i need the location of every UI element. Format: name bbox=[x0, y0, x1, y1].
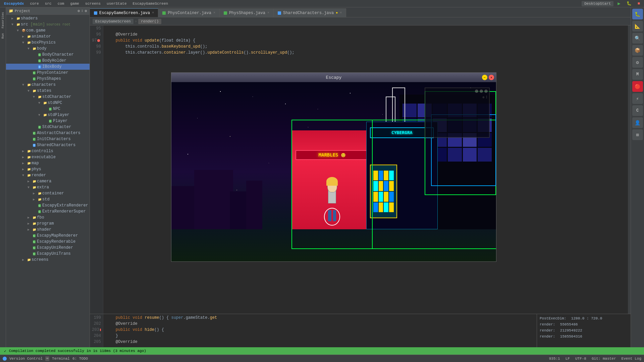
right-tools-panel: 🐛 📐 🔍 📦 ⚙ M 🔴 ⚡ C 👤 ⊞ bbox=[631, 7, 644, 347]
tree-map[interactable]: ▶ 📁 map bbox=[6, 160, 90, 166]
tree-shader[interactable]: ▶ 📁 shader bbox=[6, 227, 90, 233]
tree-escapyunitrans[interactable]: ▶ C EscapyUniTrans bbox=[6, 251, 90, 257]
tab-close-physcontainer[interactable]: × bbox=[213, 11, 215, 15]
tab-sharedcharacters[interactable]: SharedCharacters.java ● × bbox=[274, 8, 346, 17]
tree-physshapes[interactable]: ▶ C PhysShapes bbox=[6, 76, 90, 82]
game-title-bar: Escapy − × bbox=[171, 73, 496, 82]
tab-close-escapygamescreen[interactable]: × bbox=[152, 11, 154, 15]
right-tool-red[interactable]: 🔴 bbox=[632, 81, 643, 92]
tree-com-game[interactable]: ▼ 📦 com.game bbox=[6, 27, 90, 34]
game-hud-panel: ⚙ | bbox=[425, 87, 490, 138]
menu-game[interactable]: game bbox=[67, 1, 82, 6]
menu-core[interactable]: core bbox=[27, 1, 41, 6]
code-editor-panel: 95 96 97 98 99 @Override public void upd… bbox=[90, 25, 631, 347]
sidebar-gear-icon[interactable]: ⚙ bbox=[85, 9, 87, 13]
terminal-icon: ⌨ bbox=[45, 356, 49, 361]
tree-stdcharacter[interactable]: ▼ 📁 stdCharacter bbox=[6, 94, 90, 100]
tree-bodyholder[interactable]: ▶ C BodyHolder bbox=[6, 58, 90, 64]
bottom-code-content[interactable]: public void resume() { super.gameState.g… bbox=[103, 314, 537, 347]
app-name: EscapyGdx bbox=[4, 2, 24, 6]
right-tool-structure[interactable]: 📐 bbox=[632, 21, 643, 32]
game-minimize-btn[interactable]: − bbox=[482, 75, 487, 80]
debug-box-player-area bbox=[291, 120, 373, 249]
app-logo[interactable]: EscapyGdx bbox=[1, 1, 26, 6]
stop-btn[interactable]: ■ bbox=[635, 1, 643, 7]
sidebar-expand-icon[interactable]: ↕ bbox=[81, 9, 84, 13]
tree-player[interactable]: ▶ C Player bbox=[6, 118, 90, 124]
hud-settings[interactable]: ⚙ bbox=[483, 96, 484, 99]
tree-iboxbody[interactable]: ▶ I IBoxBody bbox=[6, 64, 90, 70]
tree-phys[interactable]: ▶ 📁 phys bbox=[6, 166, 90, 172]
tree-characters[interactable]: ▼ 📁 characters bbox=[6, 82, 90, 88]
tree-std[interactable]: ▶ 📁 std bbox=[6, 196, 90, 202]
tab-modified-badge: ● bbox=[336, 11, 338, 15]
tree-src-main[interactable]: ▼ 📁 src [main] sources root bbox=[6, 21, 90, 27]
right-tool-lightning[interactable]: ⚡ bbox=[632, 93, 643, 104]
notification-bar: ✓ Compilation completed successfully in … bbox=[0, 347, 644, 355]
left-tab-favorites[interactable]: Favorites bbox=[1, 10, 5, 31]
debug-btn[interactable]: 🐛 bbox=[624, 0, 634, 7]
sidebar-settings-icon[interactable]: ⚙ bbox=[77, 9, 80, 13]
menu-com[interactable]: com bbox=[55, 1, 67, 6]
tree-npc[interactable]: ▶ C NPC bbox=[6, 106, 90, 112]
tree-sharedcharacters[interactable]: ▶ I SharedCharacters bbox=[6, 142, 90, 148]
tree-controlls[interactable]: ▶ 📁 controlls bbox=[6, 148, 90, 154]
tree-container[interactable]: ▶ 📁 container bbox=[6, 190, 90, 196]
tab-icon-sharedcharacters bbox=[278, 11, 281, 15]
tree-stdnpc[interactable]: ▼ 📁 stdNPC bbox=[6, 100, 90, 106]
menu-src[interactable]: src bbox=[42, 1, 54, 6]
game-close-btn[interactable]: × bbox=[489, 75, 494, 80]
tree-extra[interactable]: ▼ 📁 extra bbox=[6, 184, 90, 190]
right-tool-debug[interactable]: 🐛 bbox=[632, 9, 643, 19]
right-tool-search[interactable]: 🔍 bbox=[632, 33, 643, 44]
tab-escapygamescreen[interactable]: EscapyGameScreen.java × bbox=[90, 8, 158, 17]
tree-shaders[interactable]: ▶ 📁 shaders bbox=[6, 15, 90, 21]
tabs-bar: EscapyGameScreen.java × PhysContainer.ja… bbox=[90, 7, 631, 17]
right-tool-person[interactable]: 👤 bbox=[632, 117, 643, 128]
tree-animator[interactable]: ▶ 📁 animator bbox=[6, 34, 90, 40]
tree-executable[interactable]: ▶ 📁 executable bbox=[6, 154, 90, 160]
menu-escapygamescreen[interactable]: EscapyGameScreen bbox=[130, 1, 171, 6]
tree-stdcharacter-class[interactable]: ▶ C StdCharacter bbox=[6, 124, 90, 130]
right-tool-c[interactable]: C bbox=[632, 105, 643, 116]
tree-abstractcharacters[interactable]: ▶ C AbstractCharacters bbox=[6, 130, 90, 136]
right-tool-grid[interactable]: ⊞ bbox=[632, 129, 643, 140]
tab-close-sharedcharacters[interactable]: × bbox=[340, 11, 342, 15]
right-tool-settings[interactable]: ⚙ bbox=[632, 57, 643, 68]
menu-userstate[interactable]: userState bbox=[104, 1, 129, 6]
tab-physshapes[interactable]: PhysShapes.java × bbox=[220, 8, 274, 17]
left-tab-run[interactable]: Run bbox=[1, 31, 5, 41]
tree-fbo[interactable]: ▶ 📁 fbo bbox=[6, 215, 90, 221]
bottom-code-editor[interactable]: 199 202 203 204 205 public void resume()… bbox=[90, 314, 537, 347]
tab-close-physshapes[interactable]: × bbox=[267, 11, 269, 15]
code-scrollbar[interactable] bbox=[628, 25, 631, 314]
tree-screens[interactable]: ▶ 📁 screens bbox=[6, 257, 90, 263]
tree-states[interactable]: ▼ 📁 states bbox=[6, 88, 90, 94]
vcs-icon bbox=[3, 357, 7, 361]
hud-dot3 bbox=[484, 89, 488, 93]
run-btn[interactable]: ▶ bbox=[615, 0, 623, 7]
tree-program[interactable]: ▶ 📁 program bbox=[6, 221, 90, 227]
tab-physcontainer[interactable]: PhysContainer.java × bbox=[158, 8, 220, 17]
game-window: Escapy − × bbox=[171, 72, 496, 262]
tree-escapymaprenderer[interactable]: ▶ C EscapyMapRenderer bbox=[6, 233, 90, 239]
desktop-start-btn[interactable]: DesktopStart bbox=[582, 1, 613, 6]
tree-escapyrenderable[interactable]: ▶ C EscapyRenderable bbox=[6, 239, 90, 245]
right-tool-maven[interactable]: 📦 bbox=[632, 45, 643, 56]
tree-bodycharacter[interactable]: ▶ C BodyCharacter bbox=[6, 52, 90, 58]
tree-render[interactable]: ▼ 📁 render bbox=[6, 172, 90, 178]
breadcrumb-render[interactable]: render() bbox=[138, 19, 161, 24]
menu-screens[interactable]: screens bbox=[83, 1, 103, 6]
tree-physcontainer[interactable]: ▶ C PhysContainer bbox=[6, 70, 90, 76]
tree-escapyextrarenderer[interactable]: ▶ C EscapyExtraRenderer bbox=[6, 202, 90, 208]
right-tool-m[interactable]: M bbox=[632, 69, 643, 80]
tree-extrarenderersuper[interactable]: ▶ C ExtraRendererSuper bbox=[6, 208, 90, 215]
tree-initcharacters[interactable]: ▶ C InitCharacters bbox=[6, 136, 90, 142]
breadcrumb-escapygamescreen[interactable]: EscapyGameScreen bbox=[93, 19, 133, 24]
tree-camera[interactable]: ▶ 📁 camera bbox=[6, 178, 90, 184]
tree-stdplayer[interactable]: ▼ 📁 stdPlayer bbox=[6, 112, 90, 118]
debug-info-panel: PostExecDim: 1280.0 : 720.0 render: 5505… bbox=[537, 314, 631, 347]
tree-escapyunirender[interactable]: ▶ C EscapyUniRender bbox=[6, 245, 90, 251]
tree-body[interactable]: ▼ 📁 body bbox=[6, 46, 90, 52]
tree-boxphysics[interactable]: ▼ 📁 boxPhysics bbox=[6, 40, 90, 46]
